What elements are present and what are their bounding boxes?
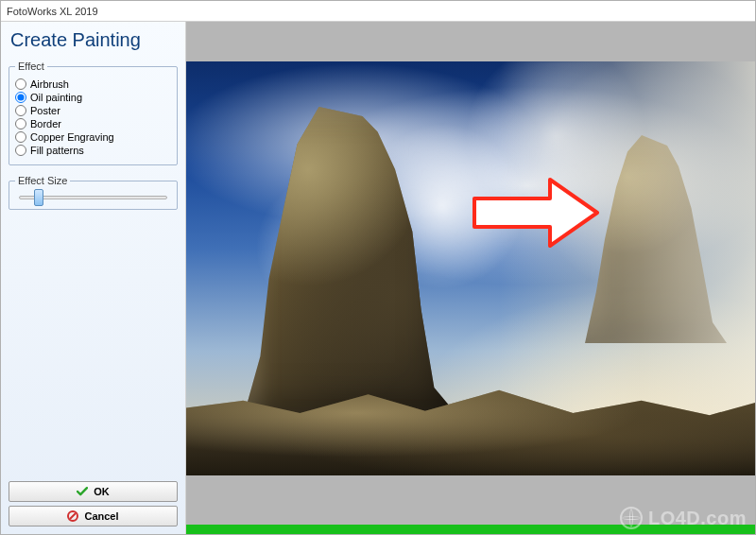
check-icon (77, 486, 88, 497)
effect-radio-poster[interactable] (15, 105, 26, 116)
effect-legend: Effect (15, 60, 47, 72)
ok-label: OK (94, 486, 110, 497)
effect-option-border[interactable]: Border (15, 117, 171, 130)
progress-fill (186, 525, 755, 534)
effect-size-group: Effect Size (9, 175, 178, 210)
effect-size-legend: Effect Size (15, 175, 70, 186)
effect-label: Copper Engraving (30, 131, 114, 143)
svg-marker-2 (474, 180, 597, 246)
preview-area (186, 22, 755, 534)
effect-radio-copper-engraving[interactable] (15, 131, 26, 143)
svg-line-1 (70, 513, 76, 519)
arrow-right-icon (470, 175, 602, 250)
effect-option-poster[interactable]: Poster (15, 104, 171, 117)
effect-group: Effect Airbrush Oil painting Poster Bord… (9, 60, 178, 165)
sidebar: Create Painting Effect Airbrush Oil pain… (1, 22, 186, 534)
progress-bar (186, 525, 755, 534)
effect-label: Border (30, 118, 61, 129)
cancel-icon (67, 510, 78, 522)
effect-label: Oil painting (30, 92, 82, 103)
ok-button[interactable]: OK (9, 481, 178, 502)
effect-radio-border[interactable] (15, 118, 26, 129)
cancel-button[interactable]: Cancel (9, 506, 178, 526)
effect-radio-fill-patterns[interactable] (15, 145, 26, 156)
preview-image (186, 61, 755, 475)
button-row: OK Cancel (9, 481, 178, 526)
window-title: FotoWorks XL 2019 (7, 6, 98, 17)
app-window: FotoWorks XL 2019 Create Painting Effect… (0, 0, 756, 535)
preview-canvas[interactable] (186, 22, 755, 525)
effect-size-slider[interactable] (19, 196, 167, 199)
effect-option-airbrush[interactable]: Airbrush (15, 78, 171, 91)
effect-label: Poster (30, 105, 60, 116)
sidebar-spacer (9, 219, 178, 481)
effect-label: Fill patterns (30, 145, 84, 156)
effect-label: Airbrush (30, 78, 69, 90)
effect-size-slider-wrap (15, 192, 171, 201)
effect-radio-oil-painting[interactable] (15, 92, 26, 103)
effect-option-copper-engraving[interactable]: Copper Engraving (15, 130, 171, 144)
effect-radio-airbrush[interactable] (15, 78, 26, 90)
content-area: Create Painting Effect Airbrush Oil pain… (1, 22, 755, 534)
title-bar[interactable]: FotoWorks XL 2019 (1, 1, 755, 22)
page-title: Create Painting (10, 29, 178, 51)
effect-option-oil-painting[interactable]: Oil painting (15, 91, 171, 104)
cancel-label: Cancel (84, 510, 118, 522)
effect-option-fill-patterns[interactable]: Fill patterns (15, 144, 171, 157)
